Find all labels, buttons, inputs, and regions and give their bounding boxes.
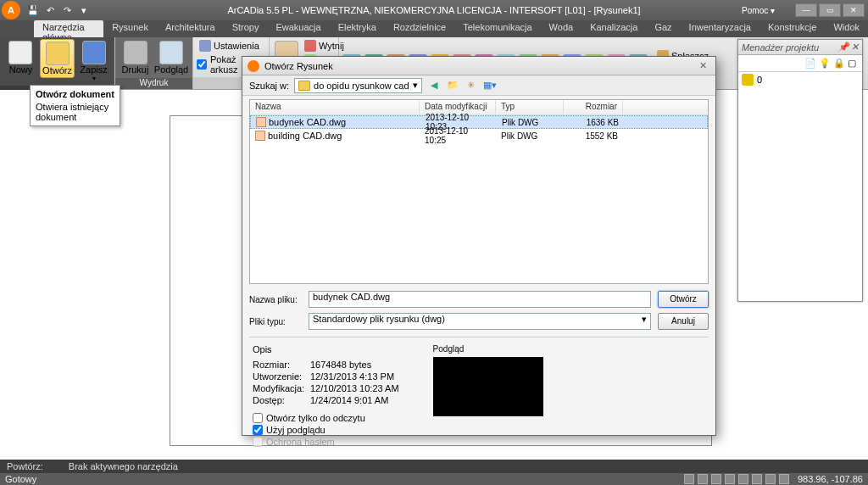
group-print-label: Wydruk	[115, 78, 192, 89]
new-folder-icon[interactable]: ✳	[465, 79, 478, 92]
tab-architektura[interactable]: Architektura	[157, 20, 224, 37]
tab-inwent[interactable]: Inwentaryzacja	[681, 20, 760, 37]
status-bar: Gotowy 983.96, -107.86	[0, 473, 868, 485]
open-tooltip: Otwórz dokument Otwiera istniejący dokum…	[30, 85, 120, 126]
file-name: building CAD.dwg	[268, 131, 342, 141]
no-tool-label: Brak aktywnego narzędzia	[69, 461, 178, 471]
file-row[interactable]: building CAD.dwg 2013-12-10 10:25 Plik D…	[250, 129, 708, 142]
app-icon[interactable]: A	[2, 1, 20, 20]
filename-label: Nazwa pliku:	[249, 295, 302, 304]
file-list[interactable]: Nazwa Data modyfikacji Typ Rozmiar budyn…	[249, 99, 709, 284]
save-label: Zapisz	[80, 64, 107, 75]
tab-gaz[interactable]: Gaz	[646, 20, 680, 37]
tab-ewakuacja[interactable]: Ewakuacja	[267, 20, 329, 37]
usepreview-check[interactable]: Użyj podglądu	[253, 424, 399, 436]
up-icon[interactable]: 📁	[446, 79, 459, 92]
print-button[interactable]: Drukuj	[119, 39, 152, 76]
status-icon[interactable]	[684, 474, 694, 484]
dialog-close-icon[interactable]: ✕	[695, 60, 710, 71]
new-label: Nowy	[9, 64, 33, 75]
save-button[interactable]: Zapisz▾	[76, 39, 111, 84]
file-type: Plik DWG	[496, 131, 564, 141]
redo-icon[interactable]: ↷	[59, 3, 75, 18]
cut-btn[interactable]: Wytnij	[302, 39, 353, 53]
col-name[interactable]: Nazwa	[250, 100, 420, 114]
undo-icon[interactable]: ↶	[42, 3, 58, 18]
file-meta: Rozmiar:1674848 bytes Utworzenie:12/31/2…	[253, 360, 399, 405]
dwg-icon	[255, 131, 265, 141]
opis-label: Opis	[253, 344, 399, 354]
minimize-button[interactable]: —	[795, 3, 817, 17]
filename-input[interactable]: budynek CAD.dwg	[309, 291, 651, 308]
search-in-label: Szukaj w:	[249, 81, 289, 91]
modified-value: 12/10/2013 10:23 AM	[310, 383, 399, 393]
tab-telekom[interactable]: Telekomunikacja	[454, 20, 540, 37]
tab-rysunek[interactable]: Rysunek	[103, 20, 157, 37]
file-type: Plik DWG	[497, 118, 565, 127]
created-value: 12/31/2013 4:13 PM	[310, 371, 394, 382]
pm-pin-icon[interactable]: 📌✕	[837, 42, 859, 53]
status-icon[interactable]	[738, 474, 748, 484]
dialog-titlebar[interactable]: Otwórz Rysunek ✕	[242, 57, 715, 75]
settings-label: Ustawienia	[214, 41, 259, 51]
status-icon[interactable]	[711, 474, 721, 484]
password-check[interactable]: Ochrona hasłem	[253, 436, 399, 448]
titlebar: A 💾 ↶ ↷ ▾ ArCADia 5.5 PL - WEWNĘTRZNA, N…	[0, 0, 868, 20]
close-button[interactable]: ✕	[843, 3, 865, 17]
ready-label: Gotowy	[5, 474, 36, 484]
tooltip-body: Otwiera istniejący dokument	[36, 102, 114, 122]
size-label: Rozmiar:	[253, 360, 310, 370]
pm-tool-icon[interactable]: 📄	[804, 58, 816, 70]
dialog-title: Otwórz Rysunek	[264, 61, 333, 71]
save-icon[interactable]: 💾	[25, 3, 41, 18]
preview-box	[433, 357, 543, 416]
square-icon[interactable]: ▢	[848, 58, 860, 70]
tab-widok[interactable]: Widok	[825, 20, 868, 37]
tab-rozdzielnice[interactable]: Rozdzielnice	[385, 20, 454, 37]
status-icon[interactable]	[698, 474, 708, 484]
folder-combo[interactable]: do opidu rysunkow cad ▾	[294, 78, 422, 93]
command-bar: Powtórz: Brak aktywnego narzędzia	[0, 460, 868, 473]
col-size[interactable]: Rozmiar	[564, 100, 623, 114]
filetype-label: Pliki typu:	[249, 317, 302, 326]
tab-stropy[interactable]: Stropy	[224, 20, 268, 37]
help-menu[interactable]: Pomoc ▾	[742, 6, 775, 15]
cut-label: Wytnij	[319, 41, 344, 51]
folder-icon	[298, 81, 310, 91]
new-button[interactable]: Nowy	[3, 39, 38, 76]
filetype-combo[interactable]: Standardowy plik rysunku (dwg)▾	[309, 313, 651, 330]
status-icon[interactable]	[752, 474, 762, 484]
file-size: 1636 KB	[565, 118, 624, 127]
open-btn[interactable]: Otwórz	[658, 291, 709, 308]
qat-more-icon[interactable]: ▾	[76, 3, 92, 18]
file-name: budynek CAD.dwg	[269, 117, 346, 127]
project-manager-panel: Menadżer projektu 📌✕ 📄 💡 🔒 ▢ 0	[737, 39, 863, 302]
coords: 983.96, -107.86	[798, 474, 863, 484]
open-file-dialog: Otwórz Rysunek ✕ Szukaj w: do opidu rysu…	[242, 56, 716, 436]
settings-btn[interactable]: Ustawienia	[197, 39, 265, 53]
preview-label: Podgląd	[433, 344, 543, 354]
tab-elektryka[interactable]: Elektryka	[330, 20, 385, 37]
quick-access-toolbar: 💾 ↶ ↷ ▾	[25, 3, 92, 18]
filetype-value: Standardowy plik rysunku (dwg)	[313, 314, 445, 329]
tab-konstr[interactable]: Konstrukcje	[760, 20, 825, 37]
lock-icon[interactable]: 🔒	[833, 58, 845, 70]
tab-main[interactable]: Narzędzia główne	[34, 20, 103, 37]
open-button[interactable]: Otwórz	[40, 39, 75, 78]
repeat-label: Powtórz:	[7, 461, 43, 471]
tab-kanalizacja[interactable]: Kanalizacja	[581, 20, 646, 37]
bulb-icon[interactable]: 💡	[819, 58, 831, 70]
status-icon[interactable]	[765, 474, 776, 484]
readonly-check[interactable]: Otwórz tylko do odczytu	[253, 412, 399, 424]
view-icon[interactable]: ▦▾	[483, 79, 497, 92]
window-title: ArCADia 5.5 PL - WEWNĘTRZNA, NIEKOMERCYJ…	[227, 5, 640, 15]
preview-button[interactable]: Podgląd	[153, 39, 189, 76]
status-icon[interactable]	[779, 474, 789, 484]
pm-item[interactable]: 0	[738, 72, 862, 87]
col-type[interactable]: Typ	[496, 100, 564, 114]
maximize-button[interactable]: ▭	[819, 3, 841, 17]
status-icon[interactable]	[725, 474, 735, 484]
cancel-btn[interactable]: Anuluj	[658, 313, 709, 330]
back-icon[interactable]: ◀	[427, 79, 441, 92]
tab-woda[interactable]: Woda	[541, 20, 582, 37]
